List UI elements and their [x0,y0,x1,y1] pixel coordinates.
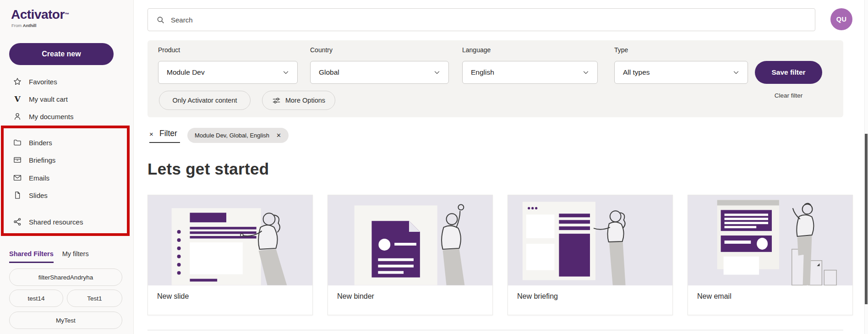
share-icon [13,217,22,226]
filter-row-underline [149,142,180,143]
search-bar [147,8,815,31]
new-slide-illustration [148,195,312,285]
sidebar-item-label: Briefings [29,156,55,164]
remove-all-filters-icon[interactable]: × [149,130,153,138]
briefing-box-icon [13,155,22,164]
new-binder-illustration [328,195,492,285]
sidebar-item-label: Emails [29,174,49,182]
file-icon [13,191,22,200]
envelope-icon [13,173,22,182]
tagline-brand: Anthill [23,23,37,28]
language-label: Language [462,46,491,54]
tab-shared-filters[interactable]: Shared Filters [9,250,54,263]
product-select[interactable]: Module Dev [158,61,298,84]
sidebar-item-briefings[interactable]: Briefings [13,154,55,165]
saved-filter-pill[interactable]: test14 [9,290,63,307]
tab-my-filters[interactable]: My filters [62,250,89,263]
sidebar-item-label: Favorites [29,78,57,86]
chip-close-icon[interactable]: ✕ [276,132,281,139]
sidebar-item-emails[interactable]: Emails [13,172,49,183]
type-label: Type [614,46,628,54]
person-icon [13,112,22,121]
filter-tabs: Shared Filters My filters [9,250,89,263]
chevron-down-icon [433,68,441,77]
type-select[interactable]: All types [614,61,748,84]
page-title: Lets get started [147,160,269,178]
new-briefing-card[interactable]: New briefing [508,195,673,315]
sidebar: Activator™ From Anthill Create new Favor… [0,0,134,334]
product-label: Product [158,46,180,54]
vault-icon: V [13,94,22,104]
sliders-icon [272,96,281,105]
search-icon [156,16,165,24]
new-binder-card[interactable]: New binder [328,195,493,315]
only-activator-content-label: Only Activator content [172,97,237,104]
sidebar-item-slides[interactable]: Slides [13,190,48,201]
save-filter-button[interactable]: Save filter [755,61,822,84]
sidebar-item-label: My documents [29,113,74,120]
only-activator-content-toggle[interactable]: Only Activator content [159,91,251,110]
logo-tagline: From Anthill [11,23,36,28]
country-select[interactable]: Global [310,61,449,84]
more-options-button[interactable]: More Options [262,91,335,110]
trademark-symbol: ™ [65,12,69,17]
sidebar-item-label: Binders [29,139,52,147]
sidebar-item-label: My vault cart [29,95,68,103]
sidebar-item-favorites[interactable]: Favorites [13,76,57,87]
country-select-value: Global [319,68,339,77]
sidebar-item-my-documents[interactable]: My documents [13,111,74,122]
new-briefing-illustration [508,195,672,285]
tagline-prefix: From [11,23,23,28]
star-icon [13,77,22,86]
card-label: New email [688,285,852,307]
chevron-down-icon [282,68,290,77]
product-select-value: Module Dev [167,68,205,77]
section-divider [147,330,843,330]
active-filter-chip-label: Module Dev, Global, English [195,132,269,139]
search-input[interactable] [171,16,815,24]
card-label: New binder [328,285,492,307]
country-label: Country [310,46,333,54]
scrollbar-thumb[interactable] [865,134,868,304]
sidebar-item-label: Slides [29,192,48,199]
sidebar-item-shared-resources[interactable]: Shared resources [13,216,83,227]
card-label: New briefing [508,285,672,307]
chevron-down-icon [732,68,740,77]
language-select-value: English [471,68,494,77]
saved-filter-pill[interactable]: filterSharedAndryha [9,268,122,286]
filter-panel: Product Country Language Type Module Dev… [147,40,843,117]
more-options-label: More Options [285,97,325,104]
sidebar-item-binders[interactable]: Binders [13,137,52,148]
active-filter-chip[interactable]: Module Dev, Global, English ✕ [187,128,289,143]
chevron-down-icon [582,68,590,77]
type-select-value: All types [623,68,650,77]
create-new-button[interactable]: Create new [9,43,114,65]
new-email-illustration [688,195,852,285]
card-label: New slide [148,285,312,307]
saved-filter-pill[interactable]: MyTest [9,312,122,329]
filter-row-label: Filter [159,129,177,138]
sidebar-item-vault-cart[interactable]: V My vault cart [13,93,68,104]
saved-filter-pill[interactable]: Test1 [67,290,122,307]
folder-icon [13,138,22,147]
sidebar-item-label: Shared resources [29,218,83,226]
language-select[interactable]: English [462,61,598,84]
app-logo: Activator™ [11,7,69,22]
app-logo-text: Activator [11,7,65,22]
new-email-card[interactable]: New email [688,195,853,315]
user-avatar[interactable]: QU [830,8,852,30]
clear-filter-link[interactable]: Clear filter [755,92,822,99]
new-slide-card[interactable]: New slide [147,195,313,315]
